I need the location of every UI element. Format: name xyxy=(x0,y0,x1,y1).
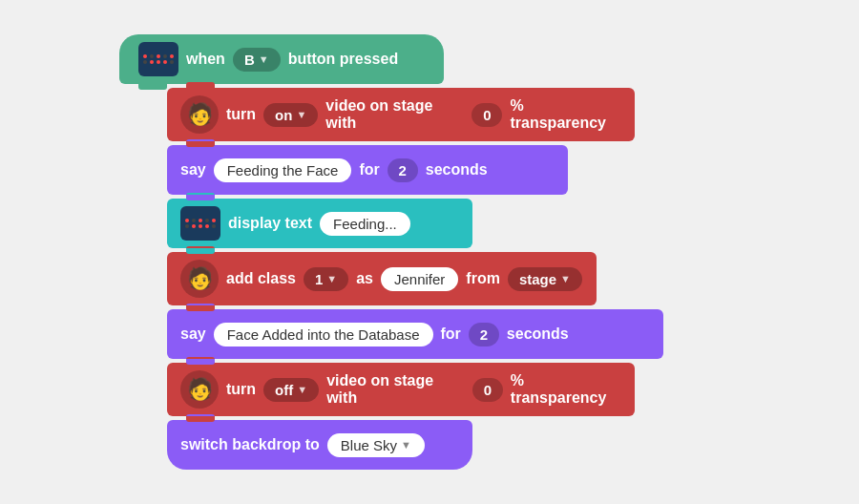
add-class-block: 🧑 add class 1 ▼ as Jennifer from stage ▼ xyxy=(167,252,597,305)
video-on-block: 🧑 turn on ▼ video on stage with 0 % tran… xyxy=(167,88,635,141)
say-label-2: say xyxy=(180,326,206,343)
for-label-1: for xyxy=(359,161,379,178)
face-icon-3: 🧑 xyxy=(180,370,219,409)
class-selector[interactable]: 1 ▼ xyxy=(304,267,348,291)
button-value: B xyxy=(244,52,255,68)
seconds-label-1: seconds xyxy=(426,161,488,178)
for-label-2: for xyxy=(441,326,461,343)
video-off-block: 🧑 turn off ▼ video on stage with 0 % tra… xyxy=(167,363,635,416)
on-dropdown-arrow: ▼ xyxy=(296,109,306,120)
transparency-value-1[interactable]: 0 xyxy=(471,103,502,127)
display-text-value[interactable]: Feeding... xyxy=(320,212,410,236)
turn-label-1: turn xyxy=(226,106,256,123)
video-label-2: video on stage with xyxy=(326,372,465,407)
display-block: display text Feeding... xyxy=(167,199,472,248)
switch-label: switch backdrop to xyxy=(180,436,320,453)
off-dropdown-arrow: ▼ xyxy=(297,384,307,395)
say-added-block: say Face Added into the Database for 2 s… xyxy=(167,309,663,359)
class-dropdown-arrow: ▼ xyxy=(326,273,337,284)
on-off-selector-1[interactable]: on ▼ xyxy=(263,103,318,127)
pressed-label: button pressed xyxy=(288,51,399,68)
name-value[interactable]: Jennifer xyxy=(381,267,458,291)
video-label-1: video on stage with xyxy=(325,97,464,132)
add-label: add class xyxy=(226,270,296,287)
on-off-selector-2[interactable]: off ▼ xyxy=(263,378,319,402)
say-feeding-block: say Feeding the Face for 2 seconds xyxy=(167,145,568,195)
backdrop-selector[interactable]: Blue Sky ▼ xyxy=(327,433,425,457)
backdrop-dropdown-arrow: ▼ xyxy=(401,439,411,451)
blocks-container: when B ▼ button pressed 🧑 turn on ▼ vide… xyxy=(119,34,663,470)
microbit-icon xyxy=(138,42,178,76)
button-selector[interactable]: B ▼ xyxy=(233,48,281,72)
source-selector[interactable]: stage ▼ xyxy=(508,267,582,291)
added-message[interactable]: Face Added into the Database xyxy=(214,323,433,346)
when-label: when xyxy=(186,51,225,68)
turn-label-2: turn xyxy=(226,381,256,398)
added-seconds-value[interactable]: 2 xyxy=(469,323,499,346)
on-value: on xyxy=(275,107,292,123)
button-dropdown-arrow: ▼ xyxy=(259,53,269,65)
hat-block: when B ▼ button pressed xyxy=(119,34,444,84)
face-icon-2: 🧑 xyxy=(180,260,219,298)
display-label: display text xyxy=(228,215,312,232)
microbit-icon-2 xyxy=(180,206,220,241)
say-label-1: say xyxy=(180,161,206,178)
off-value: off xyxy=(275,382,293,398)
transparency-value-2[interactable]: 0 xyxy=(472,378,503,402)
face-icon-1: 🧑 xyxy=(180,95,219,134)
feeding-seconds-value[interactable]: 2 xyxy=(388,158,418,182)
as-label: as xyxy=(356,270,373,287)
pct-label-2: % transparency xyxy=(511,372,621,407)
feeding-message[interactable]: Feeding the Face xyxy=(214,158,352,182)
from-label: from xyxy=(466,270,500,287)
backdrop-block: switch backdrop to Blue Sky ▼ xyxy=(167,420,472,470)
pct-label-1: % transparency xyxy=(510,97,621,132)
seconds-label-2: seconds xyxy=(507,326,569,343)
source-dropdown-arrow: ▼ xyxy=(560,273,571,284)
class-value: 1 xyxy=(315,271,323,287)
source-value: stage xyxy=(519,271,556,287)
